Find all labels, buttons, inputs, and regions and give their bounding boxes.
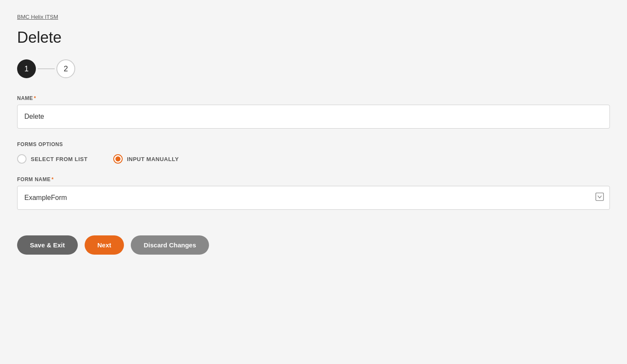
radio-btn-select-from-list[interactable] [17, 154, 26, 164]
radio-option-select-from-list[interactable]: SELECT FROM LIST [17, 154, 88, 164]
forms-options-label: FORMS OPTIONS [17, 141, 610, 147]
form-name-input[interactable] [17, 186, 610, 210]
form-name-label: FORM NAME* [17, 176, 610, 182]
page-title: Delete [17, 29, 610, 47]
radio-label-select-from-list: SELECT FROM LIST [31, 156, 88, 162]
next-button[interactable]: Next [85, 235, 124, 255]
discard-changes-button[interactable]: Discard Changes [131, 235, 209, 255]
radio-group: SELECT FROM LIST INPUT MANUALLY [17, 154, 610, 164]
forms-options-section: FORMS OPTIONS SELECT FROM LIST INPUT MAN… [17, 141, 610, 164]
radio-option-input-manually[interactable]: INPUT MANUALLY [113, 154, 179, 164]
name-label: NAME* [17, 95, 610, 101]
name-required-star: * [34, 95, 36, 101]
name-field-section: NAME* [17, 95, 610, 129]
page-container: BMC Helix ITSM Delete 1 2 NAME* FORMS OP… [0, 0, 627, 267]
save-exit-button[interactable]: Save & Exit [17, 235, 78, 255]
button-bar: Save & Exit Next Discard Changes [17, 235, 610, 255]
form-name-field-section: FORM NAME* [17, 176, 610, 210]
step-1-circle[interactable]: 1 [17, 59, 36, 78]
name-input[interactable] [17, 105, 610, 129]
step-connector [38, 68, 55, 69]
form-name-required-star: * [52, 176, 54, 182]
breadcrumb-link[interactable]: BMC Helix ITSM [17, 14, 58, 20]
form-name-input-wrapper [17, 186, 610, 210]
radio-label-input-manually: INPUT MANUALLY [127, 156, 179, 162]
step-2-circle[interactable]: 2 [56, 59, 75, 78]
stepper: 1 2 [17, 59, 610, 78]
radio-btn-input-manually[interactable] [113, 154, 123, 164]
